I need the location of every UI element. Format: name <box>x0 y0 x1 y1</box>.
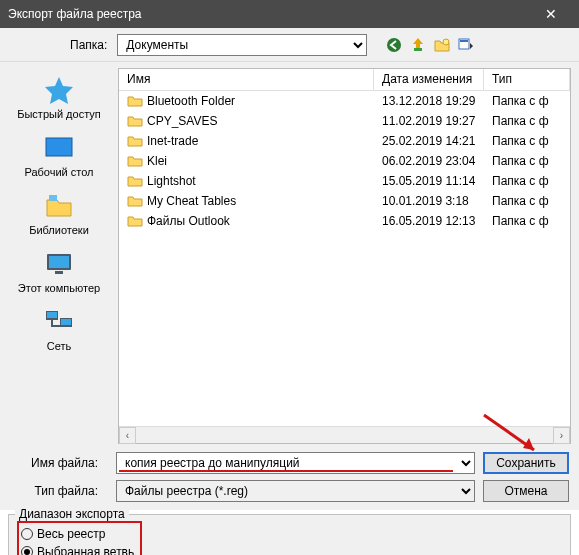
folder-icon <box>127 173 143 189</box>
radio-label: Весь реестр <box>37 527 105 541</box>
annotation-highlight-box: Весь реестр Выбранная ветвь <box>17 521 142 555</box>
sidebar-item-quick-access[interactable]: Быстрый доступ <box>0 70 118 124</box>
column-headers: Имя Дата изменения Тип <box>119 69 570 91</box>
table-row[interactable]: Файлы Outlook16.05.2019 12:13Папка с ф <box>119 211 570 231</box>
file-name: Lightshot <box>147 174 196 188</box>
file-date: 13.12.2018 19:29 <box>374 94 484 108</box>
places-sidebar: Быстрый доступ Рабочий стол Библиотеки Э… <box>0 62 118 448</box>
scroll-right-icon[interactable]: › <box>553 427 570 444</box>
export-range-legend: Диапазон экспорта <box>15 507 129 521</box>
file-list-pane: Имя Дата изменения Тип Bluetooth Folder1… <box>118 68 571 444</box>
file-list[interactable]: Bluetooth Folder13.12.2018 19:29Папка с … <box>119 91 570 426</box>
export-range-group: Диапазон экспорта Весь реестр Выбранная … <box>8 514 571 555</box>
filename-label: Имя файла: <box>0 456 108 470</box>
file-type: Папка с ф <box>484 134 570 148</box>
scroll-track[interactable] <box>136 427 553 443</box>
table-row[interactable]: Inet-trade25.02.2019 14:21Папка с ф <box>119 131 570 151</box>
file-fields: Имя файла: копия реестра до манипуляций … <box>0 448 579 510</box>
column-header-name[interactable]: Имя <box>119 69 374 90</box>
sidebar-item-libraries[interactable]: Библиотеки <box>0 186 118 240</box>
sidebar-item-desktop[interactable]: Рабочий стол <box>0 128 118 182</box>
filetype-dropdown[interactable]: Файлы реестра (*.reg) <box>116 480 475 502</box>
svg-rect-14 <box>61 319 71 325</box>
file-date: 16.05.2019 12:13 <box>374 214 484 228</box>
folder-icon <box>127 93 143 109</box>
file-type: Папка с ф <box>484 94 570 108</box>
radio-label: Выбранная ветвь <box>37 545 134 555</box>
sidebar-item-this-pc[interactable]: Этот компьютер <box>0 244 118 298</box>
file-date: 06.02.2019 23:04 <box>374 154 484 168</box>
table-row[interactable]: Lightshot15.05.2019 11:14Папка с ф <box>119 171 570 191</box>
window-title: Экспорт файла реестра <box>8 7 531 21</box>
file-name: Файлы Outlook <box>147 214 230 228</box>
star-icon <box>43 74 75 106</box>
back-icon[interactable] <box>383 34 405 56</box>
column-header-date[interactable]: Дата изменения <box>374 69 484 90</box>
file-name: Klei <box>147 154 167 168</box>
file-name: Inet-trade <box>147 134 198 148</box>
scroll-left-icon[interactable]: ‹ <box>119 427 136 444</box>
file-name: Bluetooth Folder <box>147 94 235 108</box>
file-type: Папка с ф <box>484 194 570 208</box>
titlebar: Экспорт файла реестра ✕ <box>0 0 579 28</box>
svg-rect-1 <box>414 48 422 51</box>
column-header-type[interactable]: Тип <box>484 69 570 90</box>
file-date: 25.02.2019 14:21 <box>374 134 484 148</box>
file-type: Папка с ф <box>484 154 570 168</box>
svg-rect-5 <box>46 138 72 156</box>
svg-rect-7 <box>49 195 57 201</box>
sidebar-item-network[interactable]: Сеть <box>0 302 118 356</box>
radio-icon <box>21 528 33 540</box>
table-row[interactable]: Klei06.02.2019 23:04Папка с ф <box>119 151 570 171</box>
sidebar-label: Библиотеки <box>29 224 89 236</box>
libraries-icon <box>43 190 75 222</box>
table-row[interactable]: My Cheat Tables10.01.2019 3:18Папка с ф <box>119 191 570 211</box>
close-button[interactable]: ✕ <box>531 0 571 28</box>
svg-rect-9 <box>49 256 69 268</box>
svg-point-2 <box>443 39 449 45</box>
up-icon[interactable] <box>407 34 429 56</box>
new-folder-icon[interactable] <box>431 34 453 56</box>
desktop-icon <box>43 132 75 164</box>
folder-icon <box>127 113 143 129</box>
radio-checked-icon <box>21 546 33 555</box>
folder-dropdown[interactable]: Документы <box>117 34 367 56</box>
svg-rect-10 <box>55 271 63 274</box>
file-type: Папка с ф <box>484 174 570 188</box>
folder-icon <box>127 133 143 149</box>
folder-icon <box>127 193 143 209</box>
cancel-button[interactable]: Отмена <box>483 480 569 502</box>
folder-label: Папка: <box>70 38 107 52</box>
file-type: Папка с ф <box>484 114 570 128</box>
file-type: Папка с ф <box>484 214 570 228</box>
save-button[interactable]: Сохранить <box>483 452 569 474</box>
sidebar-label: Рабочий стол <box>24 166 93 178</box>
folder-icon <box>127 153 143 169</box>
table-row[interactable]: Bluetooth Folder13.12.2018 19:29Папка с … <box>119 91 570 111</box>
sidebar-label: Быстрый доступ <box>17 108 101 120</box>
svg-rect-4 <box>460 40 468 42</box>
sidebar-label: Сеть <box>47 340 71 352</box>
file-date: 11.02.2019 19:27 <box>374 114 484 128</box>
computer-icon <box>43 248 75 280</box>
sidebar-label: Этот компьютер <box>18 282 100 294</box>
horizontal-scrollbar[interactable]: ‹ › <box>119 426 570 443</box>
network-icon <box>43 306 75 338</box>
svg-rect-13 <box>47 312 57 318</box>
folder-icon <box>127 213 143 229</box>
file-name: CPY_SAVES <box>147 114 217 128</box>
file-date: 15.05.2019 11:14 <box>374 174 484 188</box>
annotation-underline <box>119 470 453 472</box>
view-menu-icon[interactable] <box>455 34 477 56</box>
radio-selected-branch[interactable]: Выбранная ветвь <box>21 543 134 555</box>
table-row[interactable]: CPY_SAVES11.02.2019 19:27Папка с ф <box>119 111 570 131</box>
filetype-label: Тип файла: <box>0 484 108 498</box>
file-name: My Cheat Tables <box>147 194 236 208</box>
toolbar: Папка: Документы <box>0 28 579 62</box>
file-date: 10.01.2019 3:18 <box>374 194 484 208</box>
radio-all-registry[interactable]: Весь реестр <box>21 525 134 543</box>
svg-point-0 <box>387 38 401 52</box>
